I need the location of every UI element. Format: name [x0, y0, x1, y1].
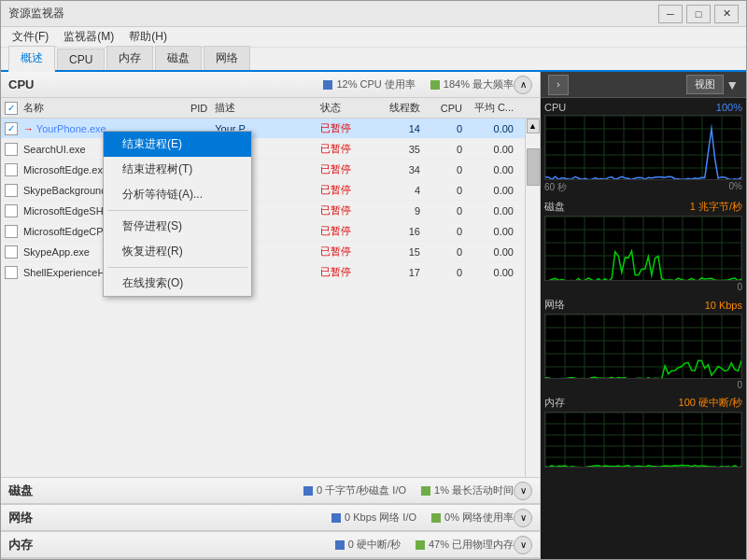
cpu-graph-bottom: 60 秒 0% [544, 181, 742, 194]
col-desc-header[interactable]: 描述 [215, 101, 320, 115]
row-checkbox-2[interactable] [5, 163, 18, 176]
col-check-header [5, 102, 23, 115]
row-status-7: 已暂停 [320, 265, 376, 279]
header-checkbox[interactable] [5, 102, 18, 115]
col-name-header[interactable]: 名称 [23, 101, 163, 115]
table-row[interactable]: ShellExperienceH... 已暂停 17 0 0.00 [1, 262, 525, 283]
right-panel-expand-button[interactable]: › [548, 75, 569, 95]
tab-memory[interactable]: 内存 [106, 46, 153, 70]
network-usage-info: 0% 网络使用率 [431, 511, 514, 525]
row-threads-4: 9 [376, 205, 428, 217]
disk-section-header[interactable]: 磁盘 0 千字节/秒磁盘 I/O 1% 最长活动时间 ∨ [1, 478, 540, 504]
network-section: 网络 0 Kbps 网络 I/O 0% 网络使用率 ∨ [1, 505, 540, 532]
menu-file[interactable]: 文件(F) [5, 27, 56, 47]
context-menu-search[interactable]: 在线搜索(O) [104, 271, 251, 296]
table-row[interactable]: MicrosoftEdgeSH... 已暂停 9 0 0.00 [1, 201, 525, 221]
row-check-6 [5, 245, 23, 259]
memory-graph-container: 内存 100 硬中断/秒 [544, 396, 742, 468]
disk-io-label: 0 千字节/秒磁盘 I/O [317, 483, 406, 497]
row-checkbox-6[interactable] [5, 245, 18, 259]
row-threads-7: 17 [376, 267, 428, 278]
scroll-up-button[interactable]: ▲ [527, 119, 540, 133]
menu-monitor[interactable]: 监视器(M) [56, 27, 121, 47]
tab-disk[interactable]: 磁盘 [155, 46, 202, 70]
cpu-graph-label-row: CPU 100% [544, 102, 742, 113]
disk-section-title: 磁盘 [8, 483, 303, 499]
network-graph-canvas [544, 314, 742, 379]
row-checkbox-0[interactable] [5, 122, 18, 135]
disk-active-info: 1% 最长活动时间 [421, 483, 514, 497]
memory-fault-label: 0 硬中断/秒 [348, 538, 401, 552]
row-checkbox-4[interactable] [5, 204, 18, 217]
right-panel-header: › 视图 ▼ [541, 72, 746, 98]
memory-fault-dot [335, 540, 345, 550]
row-avgcpu-4: 0.00 [470, 205, 521, 217]
disk-graph-value: 1 兆字节/秒 [690, 200, 742, 214]
network-section-title: 网络 [8, 510, 331, 526]
context-menu-analyze-chain[interactable]: 分析等待链(A)... [104, 182, 251, 207]
cpu-table-body: → YourPhone.exe Your P... 已暂停 14 0 0.00 [1, 119, 540, 477]
row-cpu-0: 0 [428, 123, 470, 134]
col-status-header[interactable]: 状态 [320, 101, 376, 115]
graph-section: CPU 100% 60 秒 0% 磁盘 1 兆字节/秒 [541, 98, 746, 559]
tab-overview[interactable]: 概述 [8, 46, 55, 72]
row-checkbox-7[interactable] [5, 266, 18, 279]
table-row[interactable]: MicrosoftEdge.ex 已暂停 34 0 0.00 [1, 160, 525, 180]
cpu-scrollbar[interactable]: ▲ [525, 119, 540, 477]
table-row[interactable]: SearchUI.exe 已暂停 35 0 0.00 [1, 139, 525, 160]
cpu-graph-label: CPU [544, 102, 566, 113]
context-menu-resume[interactable]: 恢复进程(R) [104, 239, 251, 264]
col-cpu-header[interactable]: CPU [428, 103, 470, 114]
disk-graph-container: 磁盘 1 兆字节/秒 0 [544, 200, 742, 292]
network-graph-bottom: 0 [544, 380, 742, 390]
memory-expand-button[interactable]: ∨ [514, 536, 532, 554]
context-menu-separator-2 [107, 267, 247, 268]
memory-section-header[interactable]: 内存 0 硬中断/秒 47% 已用物理内存 ∨ [1, 532, 540, 558]
row-avgcpu-7: 0.00 [470, 267, 521, 278]
table-row[interactable]: SkypeApp.exe 已暂停 15 0 0.00 [1, 242, 525, 262]
table-row[interactable]: → YourPhone.exe Your P... 已暂停 14 0 0.00 [1, 119, 525, 139]
row-threads-2: 34 [376, 164, 428, 175]
disk-expand-button[interactable]: ∨ [514, 482, 532, 500]
row-checkbox-5[interactable] [5, 225, 18, 238]
table-row[interactable]: MicrosoftEdgeCP... 已暂停 16 0 0.00 [1, 221, 525, 242]
view-dropdown-button[interactable]: ▼ [726, 77, 739, 92]
context-menu-end-process[interactable]: 结束进程(E) [104, 132, 251, 157]
context-menu-end-process-tree[interactable]: 结束进程树(T) [104, 157, 251, 182]
scroll-thumb[interactable] [527, 148, 540, 186]
cpu-graph-percent: 0% [729, 181, 742, 194]
network-graph-percent: 0 [737, 380, 742, 390]
network-section-header[interactable]: 网络 0 Kbps 网络 I/O 0% 网络使用率 ∨ [1, 505, 540, 531]
menu-help[interactable]: 帮助(H) [121, 27, 175, 47]
cpu-expand-button[interactable]: ∧ [514, 76, 532, 94]
tab-network[interactable]: 网络 [204, 46, 250, 70]
network-graph-value: 10 Kbps [705, 300, 742, 311]
row-checkbox-3[interactable] [5, 184, 18, 197]
row-check-2 [5, 163, 23, 176]
context-menu-suspend[interactable]: 暂停进程(S) [104, 214, 251, 239]
table-row[interactable]: SkypeBackground... 已暂停 4 0 0.00 [1, 180, 525, 201]
view-button[interactable]: 视图 [686, 75, 724, 94]
network-graph-container: 网络 10 Kbps 0 [544, 298, 742, 390]
close-button[interactable]: ✕ [714, 5, 739, 23]
context-menu-separator-1 [107, 210, 247, 211]
row-checkbox-1[interactable] [5, 143, 18, 156]
col-pid-header[interactable]: PID [163, 103, 215, 114]
minimize-button[interactable]: ─ [658, 5, 683, 23]
network-expand-button[interactable]: ∨ [514, 509, 532, 527]
col-threads-header[interactable]: 线程数 [376, 101, 428, 115]
maximize-button[interactable]: □ [686, 5, 711, 23]
tab-cpu[interactable]: CPU [57, 49, 105, 70]
network-usage-dot [431, 513, 441, 523]
row-cpu-6: 0 [428, 246, 470, 258]
row-status-1: 已暂停 [320, 142, 376, 156]
memory-graph-label: 内存 [544, 396, 565, 410]
memory-graph-label-row: 内存 100 硬中断/秒 [544, 396, 742, 410]
cpu-freq-dot [430, 80, 440, 90]
row-check-7 [5, 266, 23, 279]
cpu-section-header[interactable]: CPU 12% CPU 使用率 184% 最大频率 ∧ [1, 72, 540, 98]
context-menu: 结束进程(E) 结束进程树(T) 分析等待链(A)... 暂停进程(S) 恢复进… [103, 131, 252, 297]
col-avgcpu-header[interactable]: 平均 C... [470, 101, 521, 115]
cpu-graph-container: CPU 100% 60 秒 0% [544, 102, 742, 194]
row-avgcpu-2: 0.00 [470, 164, 521, 175]
